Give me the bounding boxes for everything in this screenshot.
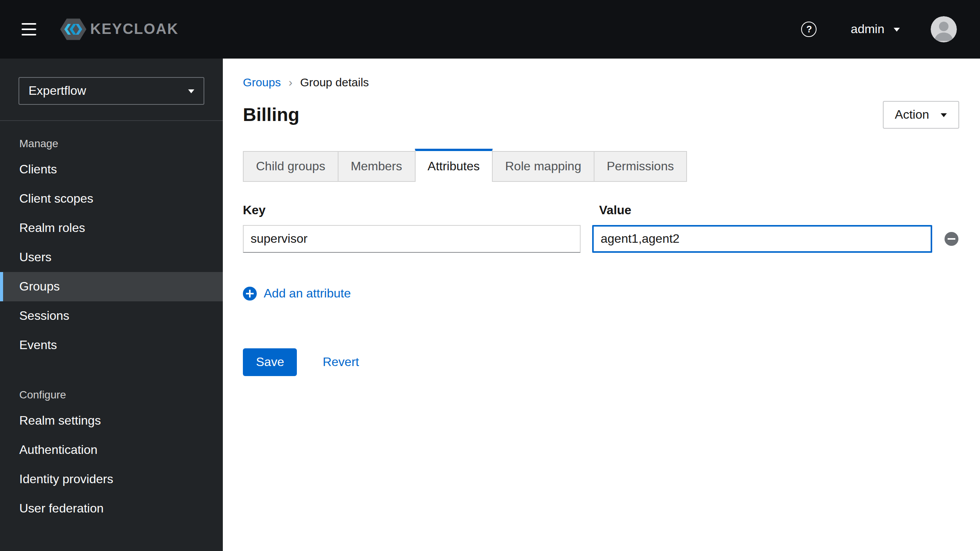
app-root: KEYCLOAK ? admin	[0, 0, 980, 551]
tab-child-groups[interactable]: Child groups	[243, 151, 338, 182]
sidebar: Expertflow Manage Clients Client scopes …	[0, 59, 223, 551]
avatar[interactable]	[931, 16, 957, 42]
revert-button[interactable]: Revert	[323, 355, 359, 369]
realm-selector-wrap: Expertflow	[0, 59, 223, 121]
help-icon: ?	[802, 22, 817, 37]
nav-sections: Manage Clients Client scopes Realm roles…	[0, 121, 223, 523]
keycloak-logo: KEYCLOAK	[60, 18, 178, 41]
sidebar-item-groups[interactable]: Groups	[0, 272, 223, 301]
tab-attributes[interactable]: Attributes	[414, 149, 493, 182]
nav-section-configure: Configure Realm settings Authentication …	[0, 381, 223, 523]
sidebar-item-client-scopes[interactable]: Client scopes	[0, 184, 223, 213]
realm-name: Expertflow	[29, 84, 86, 98]
attributes-panel: Key Value	[243, 203, 959, 376]
hamburger-icon	[22, 23, 36, 36]
form-actions: Save Revert	[243, 348, 959, 376]
main-content: Groups › Group details Billing Action Ch…	[223, 59, 980, 551]
nav-toggle-button[interactable]	[19, 18, 39, 40]
caret-down-icon	[894, 27, 900, 31]
masthead: KEYCLOAK ? admin	[0, 0, 980, 59]
tab-role-mapping[interactable]: Role mapping	[492, 151, 594, 182]
breadcrumb-groups-link[interactable]: Groups	[243, 76, 281, 89]
attribute-value-input[interactable]	[592, 225, 932, 253]
page-title: Billing	[243, 104, 300, 126]
caret-down-icon	[188, 89, 194, 93]
value-column-header: Value	[592, 203, 932, 217]
sidebar-item-realm-roles[interactable]: Realm roles	[0, 213, 223, 243]
tabs: Child groups Members Attributes Role map…	[243, 149, 959, 182]
add-attribute-label: Add an attribute	[264, 287, 351, 301]
username: admin	[851, 22, 884, 36]
save-button[interactable]: Save	[243, 348, 297, 376]
breadcrumb-current: Group details	[300, 76, 369, 89]
avatar-icon	[931, 16, 957, 42]
plus-circle-icon	[243, 287, 257, 301]
attribute-key-input[interactable]	[243, 225, 581, 253]
action-label: Action	[895, 108, 929, 122]
keycloak-wordmark: KEYCLOAK	[90, 21, 178, 38]
user-menu[interactable]: admin	[851, 22, 900, 36]
breadcrumb-separator-icon: ›	[288, 76, 292, 89]
tab-permissions[interactable]: Permissions	[594, 151, 687, 182]
minus-circle-icon	[945, 232, 958, 246]
realm-selector[interactable]: Expertflow	[19, 77, 204, 105]
page-header: Billing Action	[243, 101, 959, 129]
nav-section-manage: Manage Clients Client scopes Realm roles…	[0, 130, 223, 360]
nav-section-title: Configure	[0, 381, 223, 406]
sidebar-item-realm-settings[interactable]: Realm settings	[0, 406, 223, 435]
help-button[interactable]: ?	[802, 22, 817, 37]
tab-members[interactable]: Members	[338, 151, 415, 182]
sidebar-item-clients[interactable]: Clients	[0, 155, 223, 184]
sidebar-item-events[interactable]: Events	[0, 331, 223, 360]
masthead-right: ? admin	[802, 16, 957, 42]
sidebar-item-identity-providers[interactable]: Identity providers	[0, 465, 223, 494]
keycloak-logo-icon	[60, 18, 86, 41]
body-row: Expertflow Manage Clients Client scopes …	[0, 59, 980, 551]
add-attribute-button[interactable]: Add an attribute	[243, 287, 351, 301]
attributes-grid: Key Value	[243, 203, 959, 253]
sidebar-item-sessions[interactable]: Sessions	[0, 301, 223, 331]
action-dropdown[interactable]: Action	[882, 101, 959, 129]
remove-attribute-button[interactable]	[944, 232, 959, 246]
key-column-header: Key	[243, 203, 581, 217]
breadcrumb: Groups › Group details	[243, 76, 959, 89]
sidebar-item-user-federation[interactable]: User federation	[0, 494, 223, 523]
sidebar-item-users[interactable]: Users	[0, 243, 223, 272]
nav-section-title: Manage	[0, 130, 223, 155]
caret-down-icon	[941, 113, 947, 117]
sidebar-item-authentication[interactable]: Authentication	[0, 435, 223, 465]
